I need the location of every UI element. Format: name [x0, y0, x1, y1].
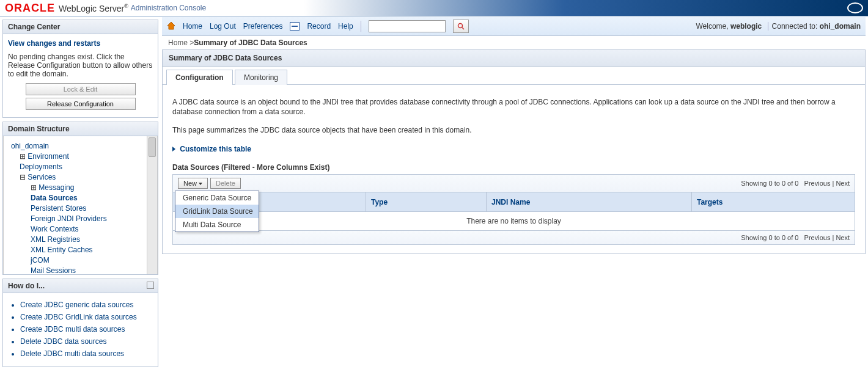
- breadcrumb-home[interactable]: Home: [168, 38, 188, 47]
- tree-data-sources[interactable]: Data Sources: [31, 194, 78, 202]
- chevron-down-icon: [199, 183, 202, 185]
- prev-top: Previous: [804, 180, 831, 187]
- record-icon: [290, 22, 300, 31]
- top-banner: ORACLE WebLogic Server® Administration C…: [0, 0, 868, 17]
- logout-link[interactable]: Log Out: [210, 22, 236, 31]
- change-center-panel: Change Center View changes and restarts …: [2, 20, 158, 118]
- product-text: WebLogic Server: [59, 3, 124, 13]
- tree-messaging[interactable]: Messaging: [39, 183, 74, 192]
- product-name: WebLogic Server®: [59, 3, 128, 13]
- how-do-i-title: How do I...: [8, 282, 45, 290]
- search-icon: [457, 23, 465, 30]
- howdo-link-5[interactable]: Delete JDBC multi data sources: [20, 349, 124, 358]
- oracle-logo: ORACLE: [5, 2, 55, 15]
- collapse-icon[interactable]: [147, 282, 154, 289]
- domain-structure-panel: Domain Structure ohi_domain ⊞ Environmen…: [2, 122, 158, 275]
- connected-domain: ohi_domain: [820, 22, 861, 31]
- new-dropdown: Generic Data Source GridLink Data Source…: [175, 191, 259, 232]
- col-jndi[interactable]: JNDI Name: [491, 198, 530, 206]
- howdo-link-3[interactable]: Create JDBC multi data sources: [20, 325, 125, 334]
- tree-xml-registries[interactable]: XML Registries: [31, 235, 80, 244]
- tab-bar: Configuration Monitoring: [163, 69, 865, 85]
- table-toolbar-bottom: Showing 0 to 0 of 0 Previous | Next: [172, 231, 855, 245]
- data-sources-table: Name ▴ Type JNDI Name Targets There are …: [172, 192, 855, 231]
- showing-bottom: Showing 0 to 0 of 0: [741, 234, 798, 241]
- page-title: Summary of JDBC Data Sources: [163, 50, 865, 67]
- change-center-header: Change Center: [3, 20, 158, 34]
- tree-persistent-stores[interactable]: Persistent Stores: [31, 204, 86, 213]
- record-link[interactable]: Record: [307, 22, 331, 31]
- release-config-button[interactable]: Release Configuration: [26, 98, 136, 110]
- tree-mail-sessions[interactable]: Mail Sessions: [31, 266, 76, 274]
- domain-structure-header: Domain Structure: [3, 122, 158, 136]
- intro-p1: A JDBC data source is an object bound to…: [172, 97, 855, 117]
- customize-table-link[interactable]: Customize this table: [180, 145, 251, 153]
- lock-edit-button[interactable]: Lock & Edit: [26, 83, 136, 95]
- dropdown-gridlink[interactable]: GridLink Data Source: [175, 205, 259, 218]
- oracle-o-icon: [847, 2, 863, 13]
- new-button-label: New: [183, 180, 197, 187]
- welcome-label: Welcome,: [696, 22, 730, 31]
- help-link[interactable]: Help: [338, 22, 353, 31]
- reg-mark: ®: [124, 3, 128, 9]
- view-changes-link[interactable]: View changes and restarts: [8, 39, 100, 48]
- welcome-text: Welcome, weblogic Connected to: ohi_doma…: [696, 22, 861, 31]
- console-subtitle: Administration Console: [131, 4, 206, 12]
- col-targets[interactable]: Targets: [697, 198, 723, 206]
- tab-configuration[interactable]: Configuration: [166, 70, 233, 85]
- home-link[interactable]: Home: [183, 22, 202, 31]
- welcome-user: weblogic: [730, 22, 762, 31]
- tree-work-contexts[interactable]: Work Contexts: [31, 225, 78, 233]
- how-do-i-header: How do I...: [3, 279, 158, 293]
- breadcrumb: Home >Summary of JDBC Data Sources: [162, 36, 866, 49]
- next-top: Next: [836, 180, 850, 187]
- main-toolbar: Home Log Out Preferences Record Help Wel…: [162, 17, 866, 36]
- tab-monitoring[interactable]: Monitoring: [235, 70, 287, 85]
- expand-icon: [172, 147, 175, 151]
- connected-label: Connected to:: [772, 22, 820, 31]
- svg-line-2: [462, 27, 464, 29]
- tree-scrollbar[interactable]: [147, 136, 157, 274]
- prev-bottom: Previous: [804, 234, 831, 241]
- intro-p2: This page summarizes the JDBC data sourc…: [172, 125, 855, 135]
- tree-jcom[interactable]: jCOM: [31, 256, 50, 264]
- search-input[interactable]: [369, 20, 446, 32]
- howdo-link-1[interactable]: Create JDBC generic data sources: [20, 301, 133, 309]
- prefs-link[interactable]: Preferences: [243, 22, 283, 31]
- svg-point-1: [458, 24, 462, 28]
- tree-xml-entity-caches[interactable]: XML Entity Caches: [31, 246, 93, 254]
- col-type[interactable]: Type: [371, 198, 388, 206]
- breadcrumb-sep: >: [188, 38, 194, 47]
- breadcrumb-current: Summary of JDBC Data Sources: [194, 38, 307, 47]
- howdo-link-4[interactable]: Delete JDBC data sources: [20, 337, 106, 346]
- dropdown-generic[interactable]: Generic Data Source: [175, 191, 259, 205]
- empty-row: There are no items to display: [173, 212, 855, 231]
- tree-foreign-jndi[interactable]: Foreign JNDI Providers: [31, 214, 107, 223]
- svg-marker-0: [167, 22, 175, 29]
- change-center-msg: No pending changes exist. Click the Rele…: [8, 53, 153, 78]
- table-caption: Data Sources (Filtered - More Columns Ex…: [172, 163, 855, 172]
- tree-environment[interactable]: Environment: [28, 152, 68, 161]
- main-panel: Summary of JDBC Data Sources Configurati…: [162, 49, 866, 254]
- tree-deployments[interactable]: Deployments: [20, 162, 62, 171]
- how-do-i-panel: How do I... Create JDBC generic data sou…: [2, 279, 158, 367]
- next-bottom: Next: [836, 234, 850, 241]
- showing-top: Showing 0 to 0 of 0: [741, 180, 798, 187]
- howdo-link-2[interactable]: Create JDBC GridLink data sources: [20, 313, 137, 321]
- table-toolbar-top: New Delete Showing 0 to 0 of 0 Previous …: [172, 174, 855, 192]
- dropdown-multi[interactable]: Multi Data Source: [175, 218, 259, 232]
- tree-root[interactable]: ohi_domain: [11, 142, 49, 150]
- home-icon: [167, 21, 175, 32]
- search-button[interactable]: [453, 20, 469, 33]
- new-button[interactable]: New: [178, 178, 208, 189]
- delete-button[interactable]: Delete: [210, 178, 241, 189]
- tree-services[interactable]: Services: [28, 173, 56, 181]
